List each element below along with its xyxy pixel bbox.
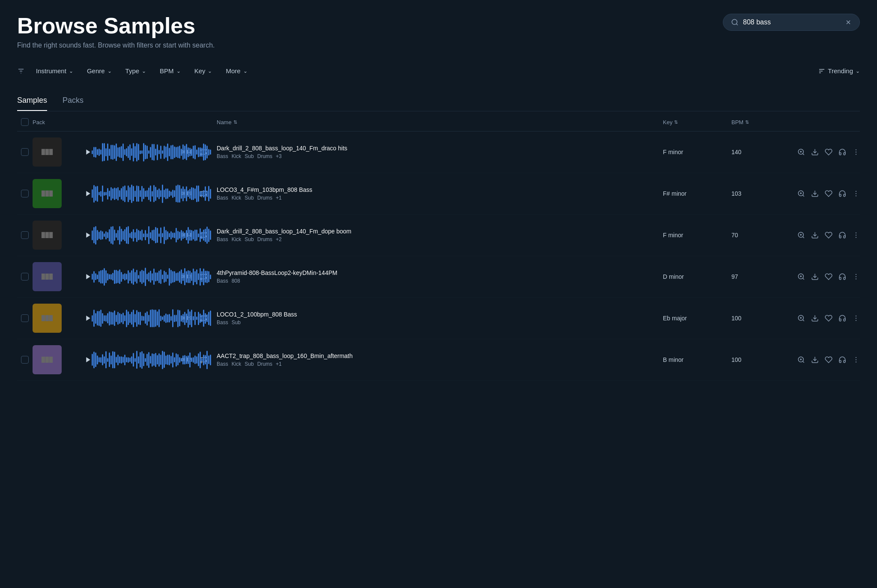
- download-button[interactable]: [811, 190, 819, 197]
- favorite-button[interactable]: [825, 273, 832, 281]
- similar-samples-button[interactable]: [797, 273, 805, 281]
- favorite-button[interactable]: [825, 356, 832, 364]
- waveform-bar: [196, 185, 197, 202]
- headphone-button[interactable]: [838, 314, 846, 322]
- column-key-header[interactable]: Key ⇅: [663, 119, 731, 125]
- more-options-button[interactable]: [852, 314, 860, 322]
- more-options-button[interactable]: [852, 273, 860, 281]
- more-options-button[interactable]: [852, 356, 860, 364]
- row-checkbox[interactable]: [21, 148, 29, 156]
- similar-samples-button[interactable]: [797, 148, 805, 156]
- headphone-button[interactable]: [838, 148, 846, 156]
- play-button[interactable]: [85, 315, 92, 322]
- download-button[interactable]: [811, 273, 819, 281]
- waveform-bar: [105, 231, 107, 239]
- waveform-bar: [100, 149, 101, 155]
- filter-genre[interactable]: Genre ⌄: [83, 65, 116, 77]
- headphone-button[interactable]: [838, 273, 846, 281]
- play-button-cell[interactable]: [84, 142, 178, 162]
- waveform-bar: [100, 191, 101, 197]
- row-checkbox[interactable]: [21, 231, 29, 239]
- tab-samples[interactable]: Samples: [17, 91, 47, 111]
- waveform-bar: [109, 229, 110, 242]
- waveform-bar: [170, 316, 172, 321]
- headphone-button[interactable]: [838, 190, 846, 197]
- waveform-bar: [152, 309, 153, 327]
- column-bpm-header[interactable]: BPM ⇅: [731, 119, 774, 125]
- waveform: [92, 308, 177, 328]
- waveform-bar: [194, 230, 196, 241]
- waveform-bar: [107, 273, 108, 281]
- waveform-bar: [189, 271, 191, 283]
- waveform-bar: [131, 232, 132, 239]
- row-checkbox[interactable]: [21, 356, 29, 364]
- waveform-bar: [208, 229, 209, 242]
- waveform-bar: [97, 149, 98, 155]
- actions-cell: [774, 314, 860, 322]
- download-button[interactable]: [811, 356, 819, 364]
- filter-instrument[interactable]: Instrument ⌄: [32, 65, 78, 77]
- waveform-bar: [153, 354, 155, 366]
- row-checkbox[interactable]: [21, 314, 29, 322]
- favorite-button[interactable]: [825, 190, 832, 197]
- waveform-bar: [158, 150, 160, 154]
- clear-search-icon[interactable]: [845, 19, 852, 26]
- play-button-cell[interactable]: [84, 349, 178, 370]
- waveform-bar: [153, 185, 155, 202]
- waveform-bar: [97, 355, 98, 364]
- filter-more[interactable]: More ⌄: [221, 65, 251, 77]
- play-button[interactable]: [85, 232, 92, 239]
- filter-bpm[interactable]: BPM ⌄: [155, 65, 185, 77]
- waveform-bar: [140, 271, 141, 282]
- waveform-bar: [167, 275, 168, 279]
- column-name-header[interactable]: Name ⇅: [217, 119, 663, 125]
- waveform-bar: [206, 191, 208, 197]
- favorite-button[interactable]: [825, 231, 832, 239]
- play-button[interactable]: [85, 149, 92, 155]
- waveform-bar: [182, 273, 184, 281]
- waveform-bar: [170, 270, 172, 284]
- row-checkbox[interactable]: [21, 190, 29, 197]
- similar-samples-button[interactable]: [797, 190, 805, 197]
- more-options-button[interactable]: [852, 231, 860, 239]
- play-button[interactable]: [85, 273, 92, 280]
- waveform-bar: [104, 192, 105, 196]
- more-options-button[interactable]: [852, 190, 860, 197]
- headphone-button[interactable]: [838, 356, 846, 364]
- play-button-cell[interactable]: [84, 183, 178, 204]
- favorite-button[interactable]: [825, 148, 832, 156]
- play-button-cell[interactable]: [84, 225, 178, 245]
- tag: Bass: [217, 153, 228, 159]
- play-button[interactable]: [85, 190, 92, 197]
- waveform-bar: [136, 351, 137, 369]
- more-options-button[interactable]: [852, 148, 860, 156]
- sort-trending-button[interactable]: Trending ⌄: [818, 67, 860, 75]
- tag: Bass: [217, 278, 228, 284]
- play-button-cell[interactable]: [84, 308, 178, 328]
- play-button[interactable]: [85, 356, 92, 363]
- svg-point-53: [856, 318, 856, 319]
- tag: Drums: [257, 153, 272, 159]
- filter-key[interactable]: Key ⌄: [190, 65, 217, 77]
- waveform-bar: [93, 185, 95, 203]
- row-checkbox[interactable]: [21, 273, 29, 281]
- svg-marker-46: [86, 316, 90, 321]
- download-button[interactable]: [811, 231, 819, 239]
- play-button-cell[interactable]: [84, 266, 178, 287]
- waveform-bar: [100, 230, 101, 240]
- waveform-bar: [152, 273, 153, 281]
- download-button[interactable]: [811, 148, 819, 156]
- similar-samples-button[interactable]: [797, 231, 805, 239]
- filter-type[interactable]: Type ⌄: [121, 65, 151, 77]
- select-all-checkbox[interactable]: [21, 118, 29, 126]
- download-button[interactable]: [811, 314, 819, 322]
- headphone-button[interactable]: [838, 231, 846, 239]
- waveform-bar: [194, 145, 196, 159]
- search-input[interactable]: [743, 18, 841, 26]
- favorite-button[interactable]: [825, 314, 832, 322]
- artwork-thumbnail: ▉▉▉: [33, 179, 62, 208]
- tab-packs[interactable]: Packs: [63, 91, 84, 111]
- similar-samples-button[interactable]: [797, 314, 805, 322]
- search-bar[interactable]: [723, 14, 860, 31]
- similar-samples-button[interactable]: [797, 356, 805, 364]
